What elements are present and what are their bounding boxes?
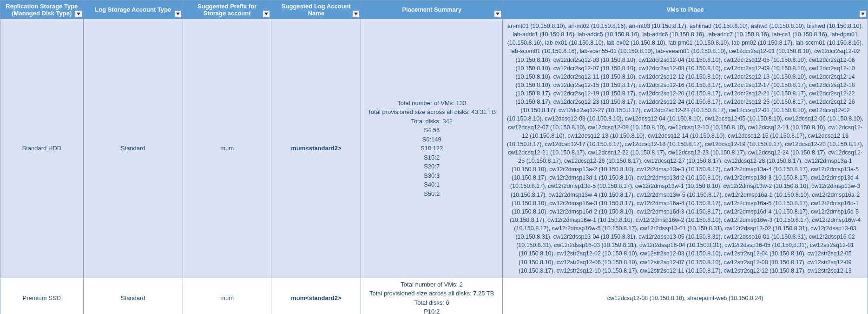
filter-dropdown-icon[interactable] [352,10,360,18]
header-placement-summary[interactable]: Placement Summary [361,0,503,19]
header-prefix[interactable]: Suggested Prefix for Storage account [183,0,271,19]
header-label: VMs to Place [666,6,704,13]
cell-placement-summary[interactable]: Total number of VMs: 2 Total provisioned… [361,278,503,314]
header-label: Placement Summary [402,6,461,13]
cell-vms-to-place[interactable]: cw12dcsq12-08 (10.150.8.10), sharepoint-… [503,278,868,314]
header-label: Replication Storage Type (Managed Disk T… [6,3,78,17]
cell-placement-summary[interactable]: Total number of VMs: 133 Total provision… [361,19,503,278]
header-row: Replication Storage Type (Managed Disk T… [0,0,868,19]
placement-total-vms: Total number of VMs: 133 [364,99,500,108]
header-label: Log Storage Account Type [95,6,171,13]
placement-disk-tier: S30:3 [364,171,500,180]
cell-log-account-name[interactable]: mum<standard2> [271,278,361,314]
header-log-account-type[interactable]: Log Storage Account Type [83,0,183,19]
placement-total-size: Total provisioned size across all disks:… [364,107,500,117]
cell-log-account-type[interactable]: Standard [83,19,183,278]
placement-disk-tier: S15:2 [364,153,500,162]
placement-disk-tier: S4:56 [364,126,500,135]
filter-dropdown-icon[interactable] [75,10,82,18]
header-replication-type[interactable]: Replication Storage Type (Managed Disk T… [0,0,84,19]
header-label: Suggested Log Account Name [282,3,351,17]
header-label: Suggested Prefix for Storage account [197,3,256,17]
filter-dropdown-icon[interactable] [494,10,501,18]
table-row: Standard HDD Standard mum mum<standard2>… [0,19,868,278]
cell-log-account-name[interactable]: mum<standard2> [271,19,361,278]
filter-dropdown-icon[interactable] [859,10,867,18]
svg-marker-5 [861,13,865,15]
cell-prefix[interactable]: mum [183,278,271,314]
filter-dropdown-icon[interactable] [174,10,182,18]
placement-disk-tier: S10:122 [364,144,500,153]
header-vms-to-place[interactable]: VMs to Place [503,0,868,19]
placement-disk-tier: P10:2 [364,307,500,314]
placement-disk-tier: S40:1 [364,180,500,189]
placement-total-disks: Total disks: 6 [364,298,500,307]
storage-placement-table: Replication Storage Type (Managed Disk T… [0,0,868,314]
cell-vms-to-place[interactable]: an-mt01 (10.150.8.10), an-mt02 (10.150.8… [503,19,868,278]
placement-disk-tier: S50:2 [364,189,500,199]
placement-total-vms: Total number of VMs: 2 [364,280,500,289]
table-row: Premium SSD Standard mum mum<standard2> … [0,278,868,314]
header-log-account-name[interactable]: Suggested Log Account Name [271,0,361,19]
svg-marker-3 [354,13,358,15]
svg-marker-2 [264,13,268,15]
svg-marker-1 [176,13,180,15]
cell-log-account-type[interactable]: Standard [83,278,183,314]
placement-disk-tier: S6:149 [364,135,500,144]
cell-prefix[interactable]: mum [183,19,271,278]
svg-marker-4 [496,13,500,15]
placement-disk-tier: S20:7 [364,162,500,171]
svg-marker-0 [77,13,80,15]
cell-replication-type[interactable]: Premium SSD [0,278,84,314]
cell-replication-type[interactable]: Standard HDD [0,19,84,278]
filter-dropdown-icon[interactable] [263,10,270,18]
placement-total-disks: Total disks: 342 [364,117,500,126]
placement-total-size: Total provisioned size across all disks:… [364,289,500,298]
